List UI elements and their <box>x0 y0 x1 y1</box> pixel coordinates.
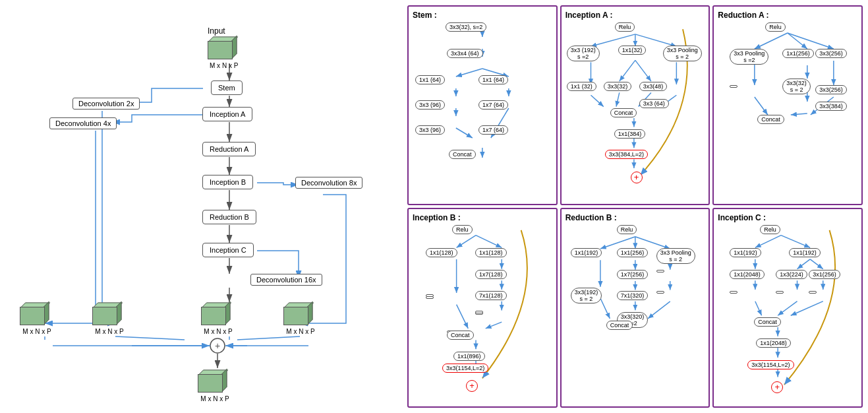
rb-1x1-192: 1x1(192) <box>571 248 602 257</box>
stem-box: Stem <box>211 80 243 95</box>
right-panel: Stem : <box>402 0 868 413</box>
ia-pooling: 3x3 Poolings = 2 <box>663 46 702 61</box>
rb-concat: Concat <box>606 321 633 330</box>
inception-a-panel: Inception A : <box>560 5 710 205</box>
reduction-a-title: Reduction A : <box>718 11 857 20</box>
stem-node-4: 1x1 (64) <box>478 75 508 84</box>
ic-1x1-2048-2: 1x1(2048) <box>756 338 791 348</box>
svg-line-40 <box>635 60 651 81</box>
ia-plus: + <box>631 172 643 183</box>
svg-line-94 <box>791 302 823 316</box>
reduction-a-panel: Reduction A : Relu 3x3 Poo <box>712 5 863 205</box>
svg-line-12 <box>115 336 185 340</box>
cube-0: M x N x P <box>20 299 54 335</box>
svg-line-61 <box>476 236 502 248</box>
cube-2: M x N x P <box>201 299 235 335</box>
inception-b-panel: Inception B : <box>407 208 558 408</box>
ib-1x1-896: 1x1(896) <box>453 352 485 361</box>
reduction-a-box: Reduction A <box>202 142 256 156</box>
stem-concat: Concat <box>449 150 476 159</box>
rb-pooling: 3x3 Poolings = 2 <box>656 248 695 264</box>
stem-node-2: 3x3x4 (64) <box>447 49 483 58</box>
ra-pooling: 3x3 Poolings =2 <box>730 49 768 65</box>
inception-c-title: Inception C : <box>718 213 857 222</box>
ic-stub1 <box>730 291 738 294</box>
inception-b-title: Inception B : <box>413 213 552 222</box>
svg-line-66 <box>457 305 469 329</box>
rb-relu: Relu <box>617 225 637 234</box>
svg-line-72 <box>635 237 670 249</box>
ia-3x3-64: 3x3 (64) <box>639 99 669 108</box>
input-size: M x N x P <box>210 62 238 69</box>
rb-stub1 <box>656 270 664 272</box>
svg-line-85 <box>781 236 810 248</box>
ib-1x1-128-l: 1x1(128) <box>426 248 457 257</box>
svg-line-80 <box>600 298 610 319</box>
left-panel: + Input M x N x P Stem Inception A Reduc… <box>0 0 402 413</box>
deconv-8x-label: Deconvolution 8x <box>295 177 362 189</box>
ra-relu: Relu <box>765 22 786 32</box>
stem-node-5: 1x7 (64) <box>478 100 508 110</box>
deconv-2x-label: Deconvolution 2x <box>72 98 140 110</box>
svg-line-82 <box>648 302 670 319</box>
inception-c-panel: Inception C : <box>712 208 863 408</box>
rb-stub2 <box>656 291 664 294</box>
svg-line-56 <box>755 97 768 115</box>
svg-line-84 <box>755 236 781 248</box>
rb-3x3-192: 3x3(192)s = 2 <box>571 288 602 303</box>
ia-concat: Concat <box>610 108 637 117</box>
ra-pool-out <box>730 85 738 88</box>
reduction-b-panel: Reduction B : <box>560 208 710 408</box>
ia-1x1-32-top: 1x1(32) <box>618 46 647 55</box>
ib-7x1-128: 7x1(128) <box>475 291 507 300</box>
svg-line-67 <box>486 322 502 329</box>
reduction-b-box: Reduction B <box>202 210 256 224</box>
ic-1x3-224: 1x3(224) <box>776 270 807 279</box>
svg-line-29 <box>456 128 473 138</box>
stem-node-7: 1x7 (64) <box>478 125 508 135</box>
rb-7x1-320: 7x1(320) <box>617 291 649 300</box>
ib-1x7-128: 1x7(128) <box>475 270 507 279</box>
ia-3x3-32: 3x3(32) <box>604 82 632 91</box>
ic-1x1-192-l: 1x1(192) <box>730 248 761 257</box>
ia-3x3-384: 3x3(384,L=2) <box>605 150 648 159</box>
input-cube <box>208 33 242 59</box>
ia-1x1-32-left: 1x1 (32) <box>567 82 596 91</box>
inception-c-box: Inception C <box>202 243 254 257</box>
ib-plus: + <box>466 380 478 392</box>
ra-3x3-256: 3x3(256) <box>815 49 847 58</box>
ra-3x3-384: 3x3(384) <box>815 102 847 111</box>
svg-line-50 <box>788 33 807 49</box>
ic-relu: Relu <box>760 225 780 234</box>
svg-line-87 <box>810 259 823 269</box>
stem-panel: Stem : <box>407 5 558 205</box>
svg-line-34 <box>591 34 635 46</box>
ib-relu: Relu <box>452 225 473 234</box>
stem-title: Stem : <box>413 11 552 20</box>
svg-line-93 <box>778 302 797 316</box>
svg-line-42 <box>616 92 620 106</box>
svg-line-49 <box>755 33 788 49</box>
ib-1x1-128-r: 1x1(128) <box>475 248 507 257</box>
rb-1x7-256: 1x7(256) <box>617 270 649 279</box>
cube-1: M x N x P <box>92 299 127 335</box>
svg-line-39 <box>619 60 635 81</box>
ic-3x1-256: 3x1(256) <box>809 270 840 279</box>
svg-line-92 <box>755 302 762 316</box>
ia-relu: Relu <box>615 22 635 32</box>
svg-line-41 <box>591 95 603 106</box>
ra-1x1-256: 1x1(256) <box>782 49 814 58</box>
cube-3: M x N x P <box>283 299 318 335</box>
inception-a-box: Inception A <box>202 107 252 121</box>
reduction-b-title: Reduction B : <box>565 213 705 222</box>
ra-concat: Concat <box>757 115 784 124</box>
ic-3x3-1154: 3x3(1154,L=2) <box>747 360 794 369</box>
ra-3x3-32: 3x3(32)s = 2 <box>782 79 811 94</box>
ib-3x3-1154: 3x3(1154,L=2) <box>442 364 488 373</box>
ic-1x1-192-r: 1x1(192) <box>789 248 821 257</box>
rb-1x1-256: 1x1(256) <box>617 248 649 257</box>
stem-node-6: 3x3 (96) <box>415 100 445 110</box>
stem-node-1: 3x3(32), s=2 <box>446 22 486 32</box>
ic-concat: Concat <box>754 317 781 327</box>
svg-line-25 <box>456 69 482 77</box>
